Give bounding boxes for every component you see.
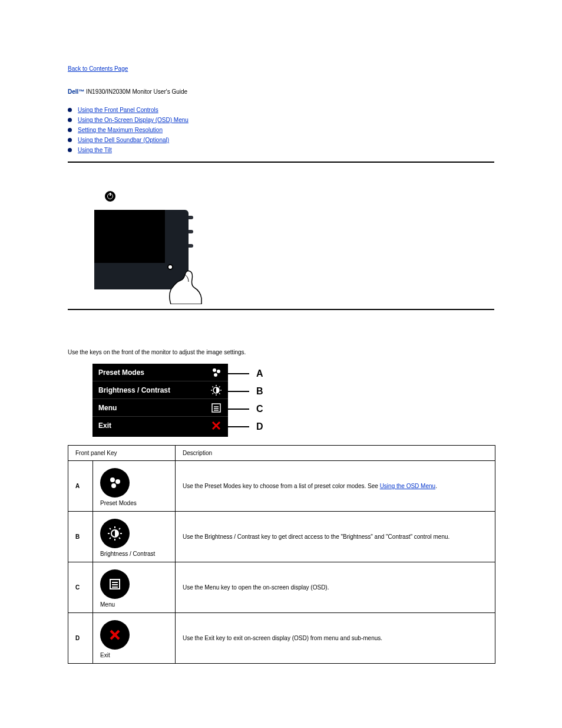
- front-panel-intro: Use the keys on the front of the monitor…: [68, 349, 494, 355]
- svg-line-11: [213, 393, 214, 394]
- row-description: Use the Brightness / Contrast key to get…: [176, 512, 495, 562]
- svg-line-26: [110, 528, 111, 529]
- menu-button-icon: [100, 569, 130, 599]
- exit-button-icon: [100, 620, 130, 650]
- osd-label: Preset Modes: [98, 368, 144, 377]
- toc-link-osd-menu[interactable]: Using the On-Screen Display (OSD) Menu: [78, 117, 189, 123]
- divider: [68, 162, 494, 163]
- svg-point-20: [111, 483, 116, 488]
- table-of-contents: Using the Front Panel Controls Using the…: [68, 107, 494, 153]
- callout-column: A B C D: [228, 364, 263, 437]
- svg-line-29: [110, 538, 111, 539]
- toc-item: Using the Dell Soundbar (Optional): [68, 137, 494, 143]
- divider: [68, 309, 494, 310]
- svg-line-9: [219, 393, 220, 394]
- toc-item: Using the On-Screen Display (OSD) Menu: [68, 117, 494, 123]
- title-line: Dell™ IN1930/IN2030M Monitor User's Guid…: [68, 88, 494, 95]
- row-description: Use the Preset Modes key to choose from …: [176, 461, 495, 512]
- preset-modes-button-icon: [100, 468, 130, 498]
- osd-item-brightness-contrast: Brightness / Contrast: [92, 381, 228, 399]
- front-panel-key-table: Front panel Key Description A Preset Mod…: [68, 445, 495, 664]
- row-icon-label: Preset Modes: [100, 500, 168, 506]
- bullet-icon: [68, 118, 72, 122]
- toc-item: Using the Tilt: [68, 147, 494, 153]
- osd-label: Exit: [98, 421, 111, 430]
- svg-line-10: [219, 386, 220, 387]
- row-icon-label: Menu: [100, 601, 168, 608]
- power-icon: [105, 191, 115, 202]
- osd-panel: Preset Modes Brightness / Contrast: [92, 364, 228, 437]
- svg-point-19: [115, 479, 120, 484]
- table-header-row: Front panel Key Description: [68, 446, 495, 461]
- row-letter: A: [68, 461, 93, 512]
- callout-a: A: [228, 365, 263, 383]
- osd-label: Brightness / Contrast: [98, 386, 170, 394]
- table-row: D Exit Use the Exit key to exit on-scree…: [68, 613, 495, 664]
- bullet-icon: [68, 128, 72, 132]
- bullet-icon: [68, 108, 72, 112]
- svg-point-1: [217, 370, 220, 373]
- brand: Dell™: [68, 88, 84, 95]
- svg-point-18: [110, 477, 115, 482]
- row-description: Use the Exit key to exit on-screen displ…: [176, 613, 495, 664]
- toc-link-front-panel[interactable]: Using the Front Panel Controls: [78, 107, 158, 113]
- row-icon-cell: Brightness / Contrast: [93, 512, 176, 562]
- header-front-panel-key: Front panel Key: [68, 446, 176, 461]
- toc-link-soundbar[interactable]: Using the Dell Soundbar (Optional): [78, 137, 169, 143]
- hand-thumb-icon: [165, 269, 206, 304]
- row-description: Use the Menu key to open the on-screen d…: [176, 562, 495, 613]
- svg-rect-12: [212, 404, 220, 412]
- preset-modes-icon: [210, 367, 222, 378]
- osd-preview-row: Preset Modes Brightness / Contrast: [92, 364, 494, 437]
- bullet-icon: [68, 138, 72, 142]
- using-osd-menu-link[interactable]: Using the OSD Menu: [380, 483, 436, 489]
- header-description: Description: [176, 446, 495, 461]
- toc-link-max-resolution[interactable]: Setting the Maximum Resolution: [78, 127, 163, 133]
- osd-item-menu: Menu: [92, 399, 228, 417]
- svg-line-8: [213, 386, 214, 387]
- svg-line-27: [119, 538, 120, 539]
- row-icon-cell: Menu: [93, 562, 176, 613]
- row-icon-label: Brightness / Contrast: [100, 551, 168, 557]
- osd-item-exit: Exit: [92, 417, 228, 434]
- exit-icon: [210, 420, 222, 431]
- svg-point-2: [214, 373, 217, 377]
- brightness-contrast-button-icon: [100, 519, 130, 548]
- power-on-illustration: [94, 191, 203, 303]
- bullet-icon: [68, 148, 72, 152]
- row-icon-cell: Exit: [93, 613, 176, 664]
- back-to-contents-link[interactable]: Back to Contents Page: [68, 65, 128, 72]
- table-row: A Preset Modes Use the Preset Modes key …: [68, 461, 495, 512]
- model-line: IN1930/IN2030M Monitor User's Guide: [84, 88, 187, 95]
- row-icon-cell: Preset Modes: [93, 461, 176, 512]
- row-letter: B: [68, 512, 93, 562]
- toc-item: Using the Front Panel Controls: [68, 107, 494, 113]
- brightness-contrast-icon: [210, 384, 222, 396]
- row-letter: C: [68, 562, 93, 613]
- row-letter: D: [68, 613, 93, 664]
- osd-item-preset-modes: Preset Modes: [92, 364, 228, 381]
- callout-c: C: [228, 400, 263, 418]
- callout-b: B: [228, 383, 263, 400]
- toc-link-tilt[interactable]: Using the Tilt: [78, 147, 112, 153]
- table-row: B Brightness / Contrast: [68, 512, 495, 562]
- menu-icon: [210, 402, 222, 414]
- table-row: C Menu Use the Menu key to open the on-s…: [68, 562, 495, 613]
- callout-d: D: [228, 418, 263, 436]
- osd-label: Menu: [98, 404, 117, 412]
- toc-item: Setting the Maximum Resolution: [68, 127, 494, 133]
- monitor-corner-graphic: [94, 210, 203, 303]
- svg-line-28: [119, 528, 120, 529]
- svg-point-0: [213, 368, 216, 372]
- row-icon-label: Exit: [100, 652, 168, 658]
